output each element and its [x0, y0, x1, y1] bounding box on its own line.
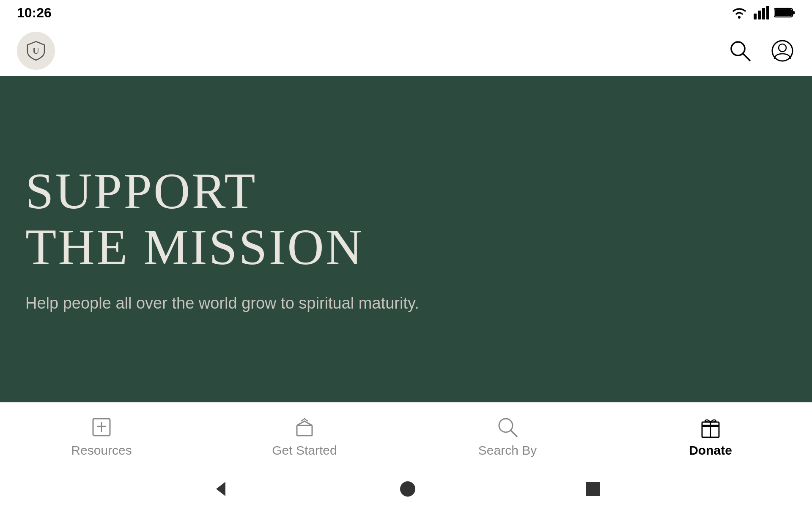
svg-point-12	[779, 44, 786, 52]
svg-rect-2	[758, 11, 761, 19]
nav-item-get-started[interactable]: Get Started	[203, 407, 406, 466]
recents-icon	[586, 482, 600, 496]
profile-icon	[771, 39, 794, 62]
svg-rect-4	[766, 6, 769, 19]
recents-button[interactable]	[586, 482, 600, 496]
donate-icon	[699, 415, 722, 439]
bottom-nav: Resources Get Started Search By	[0, 402, 812, 470]
battery-icon	[774, 7, 795, 18]
signal-icon	[754, 6, 769, 19]
status-bar: 10:26	[0, 0, 812, 25]
svg-marker-22	[216, 482, 225, 496]
status-time: 10:26	[17, 5, 52, 21]
home-button[interactable]	[400, 481, 415, 497]
svg-point-23	[400, 481, 415, 497]
back-icon	[212, 480, 230, 498]
get-started-label: Get Started	[272, 443, 337, 458]
svg-rect-7	[793, 11, 795, 14]
svg-rect-3	[762, 8, 765, 19]
get-started-icon	[293, 415, 316, 439]
nav-item-search-by[interactable]: Search By	[406, 407, 609, 466]
search-icon	[729, 39, 752, 62]
svg-rect-1	[754, 14, 757, 19]
profile-button[interactable]	[770, 38, 795, 64]
svg-rect-24	[586, 482, 600, 496]
nav-right-icons	[727, 38, 795, 64]
svg-rect-16	[297, 425, 312, 436]
hero-subtitle: Help people all over the world grow to s…	[25, 292, 787, 315]
search-by-icon	[496, 415, 519, 439]
hero-title-line2: THE MISSION	[25, 219, 787, 275]
nav-bar: U	[0, 25, 812, 76]
home-icon	[400, 481, 415, 497]
search-button[interactable]	[727, 38, 753, 64]
logo-icon: U	[25, 40, 47, 62]
logo-button[interactable]: U	[17, 32, 55, 70]
donate-label: Donate	[689, 443, 732, 458]
nav-item-donate[interactable]: Donate	[609, 407, 812, 466]
svg-point-0	[738, 16, 741, 19]
resources-icon	[90, 415, 113, 439]
nav-item-resources[interactable]: Resources	[0, 407, 203, 466]
hero-section: SUPPORT THE MISSION Help people all over…	[0, 76, 812, 402]
resources-label: Resources	[71, 443, 132, 458]
back-button[interactable]	[212, 480, 230, 498]
hero-title-line1: SUPPORT	[25, 163, 787, 219]
home-bar	[0, 470, 812, 508]
wifi-icon	[730, 6, 749, 19]
search-by-label: Search By	[478, 443, 537, 458]
status-icons	[730, 6, 795, 19]
svg-rect-6	[775, 9, 792, 16]
svg-text:U: U	[33, 45, 39, 56]
svg-line-10	[743, 53, 750, 61]
svg-line-18	[511, 431, 517, 436]
